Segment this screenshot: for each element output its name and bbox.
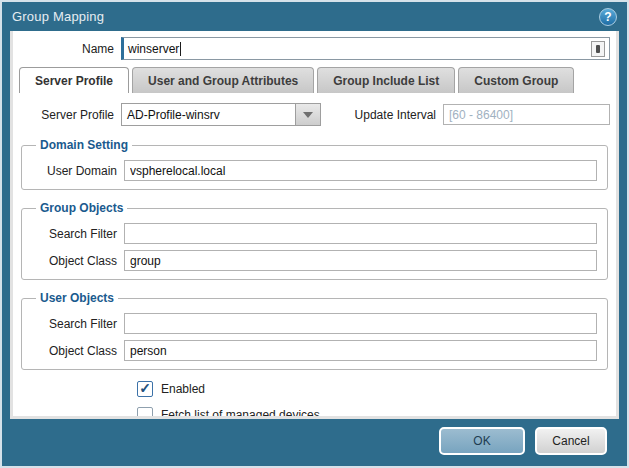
server-profile-panel: Server Profile AD-Profile-winsrv Update … <box>13 93 616 416</box>
group-object-class-label: Object Class <box>32 254 124 268</box>
server-profile-select[interactable]: AD-Profile-winsrv <box>121 103 321 126</box>
enabled-checkbox-row[interactable]: ✓ Enabled <box>137 381 610 397</box>
tab-custom-group[interactable]: Custom Group <box>458 67 574 93</box>
update-interval-label: Update Interval <box>335 108 443 122</box>
group-objects-legend: Group Objects <box>36 201 127 215</box>
dialog-inner-margin: Name winserver Server Profile User and G… <box>10 31 619 419</box>
user-objects-section: User Objects Search Filter Object Class <box>21 291 608 370</box>
ok-button[interactable]: OK <box>439 427 525 455</box>
group-search-filter-label: Search Filter <box>32 227 124 241</box>
server-profile-label: Server Profile <box>19 108 121 122</box>
tab-user-and-group-attributes[interactable]: User and Group Attributes <box>132 67 314 93</box>
server-profile-selected-value: AD-Profile-winsrv <box>122 104 295 125</box>
user-domain-input[interactable] <box>124 160 597 181</box>
fetch-managed-devices-checkbox-row[interactable]: ✓ Fetch list of managed devices <box>137 407 610 416</box>
user-search-filter-row: Search Filter <box>32 313 597 334</box>
group-search-filter-input[interactable] <box>124 223 597 244</box>
group-search-filter-row: Search Filter <box>32 223 597 244</box>
enabled-checkbox-label[interactable]: Enabled <box>161 382 205 396</box>
user-objects-legend: User Objects <box>36 291 118 305</box>
dialog-body: Name winserver Server Profile User and G… <box>13 31 616 416</box>
domain-setting-section: Domain Setting User Domain <box>21 138 608 190</box>
tab-bar: Server Profile User and Group Attributes… <box>13 67 616 93</box>
text-entry-icon <box>591 41 605 57</box>
fetch-managed-devices-checkbox[interactable]: ✓ <box>137 407 153 416</box>
checkmark-icon: ✓ <box>139 381 151 395</box>
domain-setting-legend: Domain Setting <box>36 138 132 152</box>
user-domain-label: User Domain <box>32 164 124 178</box>
chevron-down-icon[interactable] <box>295 104 320 125</box>
enabled-checkbox[interactable]: ✓ <box>137 381 153 397</box>
name-input[interactable]: winserver <box>121 37 610 60</box>
user-search-filter-label: Search Filter <box>32 317 124 331</box>
user-object-class-label: Object Class <box>32 344 124 358</box>
name-input-value: winserver <box>128 42 179 56</box>
tab-server-profile[interactable]: Server Profile <box>19 67 129 93</box>
dialog-frame: Name winserver Server Profile User and G… <box>2 31 627 419</box>
tab-group-include-list[interactable]: Group Include List <box>317 67 455 93</box>
server-profile-row: Server Profile AD-Profile-winsrv Update … <box>19 103 610 126</box>
dialog-title: Group Mapping <box>12 9 599 24</box>
user-domain-row: User Domain <box>32 160 597 181</box>
text-cursor <box>180 42 181 56</box>
group-object-class-row: Object Class <box>32 250 597 271</box>
group-object-class-input[interactable] <box>124 250 597 271</box>
fetch-managed-devices-checkbox-label[interactable]: Fetch list of managed devices <box>161 408 320 416</box>
group-objects-section: Group Objects Search Filter Object Class <box>21 201 608 280</box>
name-label: Name <box>19 42 121 56</box>
cancel-button[interactable]: Cancel <box>535 427 607 455</box>
group-mapping-dialog: Group Mapping ? Name winserver Server Pr… <box>0 0 629 468</box>
dialog-footer: OK Cancel <box>2 419 627 466</box>
user-object-class-input[interactable] <box>124 340 597 361</box>
update-interval-input[interactable] <box>443 104 610 125</box>
user-object-class-row: Object Class <box>32 340 597 361</box>
help-icon[interactable]: ? <box>599 8 617 26</box>
name-row: Name winserver <box>13 31 616 64</box>
dialog-titlebar: Group Mapping ? <box>2 2 627 31</box>
user-search-filter-input[interactable] <box>124 313 597 334</box>
